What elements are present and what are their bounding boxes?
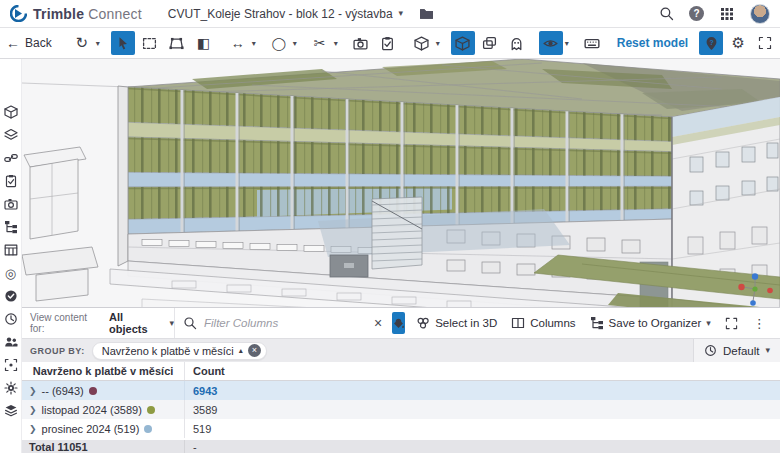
sidebar-item-layers[interactable]	[3, 128, 19, 142]
markup-button[interactable]	[376, 31, 400, 55]
help-icon[interactable]: ?	[689, 6, 704, 21]
table-row[interactable]: ❯ listopad 2024 (3589) 3589	[22, 400, 780, 419]
column-header-name[interactable]: Navrženo k platbě v měsíci	[22, 362, 185, 380]
svg-text:?: ?	[709, 39, 713, 46]
ghost-mode-button[interactable]	[505, 31, 529, 55]
table-footer: Total 11051 -	[22, 440, 780, 453]
column-header-count[interactable]: Count	[185, 362, 780, 380]
project-name: CVUT_Koleje Strahov - blok 12 - výstavba	[168, 7, 393, 21]
select-in-3d-button[interactable]: Select in 3D	[409, 308, 504, 338]
measure-tool-button[interactable]: ↔	[226, 31, 250, 55]
sidebar-item-views[interactable]	[3, 197, 19, 211]
group-count: 6943	[185, 381, 780, 400]
close-panel-button[interactable]: ×	[774, 315, 780, 331]
select-tool-button[interactable]	[111, 31, 135, 55]
measure-dropdown-caret[interactable]: ▾	[252, 39, 256, 48]
top-bar: Trimble Connect CVUT_Koleje Strahov - bl…	[0, 0, 780, 28]
save-to-organizer-button[interactable]: Save to Organizer ▾	[583, 308, 718, 338]
section-dropdown-caret[interactable]: ▾	[334, 39, 338, 48]
chevron-down-icon[interactable]: ▾	[765, 346, 770, 355]
invert-selection-button[interactable]: ◧	[192, 31, 216, 55]
user-avatar[interactable]	[750, 4, 770, 24]
left-sidebar: ◎	[0, 59, 22, 453]
brand-secondary: Connect	[88, 6, 142, 22]
remove-group-by-button[interactable]: ×	[248, 344, 261, 357]
model-viewport[interactable]	[22, 59, 780, 307]
total-count: -	[185, 440, 780, 453]
isolate-button[interactable]	[478, 31, 502, 55]
lasso-tool-button[interactable]: ◯	[267, 31, 291, 55]
columns-button[interactable]: Columns	[504, 308, 582, 338]
undo-button[interactable]: ↻	[70, 31, 94, 55]
project-breadcrumb[interactable]: CVUT_Koleje Strahov - blok 12 - výstavba…	[168, 7, 403, 21]
chevron-down-icon[interactable]: ▾	[706, 319, 711, 328]
visibility-button[interactable]	[539, 31, 563, 55]
marquee-select-button[interactable]	[138, 31, 162, 55]
colorize-button[interactable]	[392, 312, 405, 334]
section-cut-button[interactable]: ✂	[308, 31, 332, 55]
settings-button[interactable]: ⚙	[726, 31, 750, 55]
group-by-label: GROUP BY:	[30, 346, 85, 356]
brand-primary: Trimble	[33, 6, 84, 22]
sidebar-item-status[interactable]	[3, 289, 19, 303]
visibility-dropdown-caret[interactable]: ▾	[565, 39, 569, 48]
sidebar-item-organizer[interactable]	[3, 404, 19, 418]
grouped-table: Navrženo k platbě v měsíci Count ❯ -- (6…	[22, 362, 780, 453]
sidebar-item-hierarchy[interactable]	[3, 220, 19, 234]
columns-icon	[511, 316, 525, 330]
model-3d-canvas[interactable]	[22, 59, 780, 307]
sidebar-item-team[interactable]	[3, 335, 19, 349]
group-by-chip[interactable]: Navrženo k platbě v měsíci ▴ ×	[92, 342, 267, 360]
trimble-connect-app: Trimble Connect CVUT_Koleje Strahov - bl…	[0, 0, 780, 453]
clear-filter-button[interactable]: ×	[368, 315, 388, 331]
more-options-button[interactable]: ⋮	[745, 316, 774, 331]
group-color-dot	[144, 425, 152, 433]
filter-columns-search[interactable]	[174, 308, 368, 338]
sidebar-item-todos[interactable]	[3, 174, 19, 188]
back-button[interactable]: ← Back	[6, 35, 52, 51]
help-pin-button[interactable]: ?	[699, 31, 723, 55]
sidebar-item-links[interactable]	[3, 151, 19, 165]
columns-label: Columns	[530, 317, 575, 329]
preset-selector[interactable]: Default ▾	[693, 339, 780, 362]
sidebar-item-history[interactable]	[3, 312, 19, 326]
snapshot-button[interactable]	[349, 31, 373, 55]
sidebar-item-data-table[interactable]	[3, 243, 19, 257]
shortcuts-button[interactable]	[580, 31, 604, 55]
sidebar-item-clash[interactable]: ◎	[3, 266, 19, 280]
view-content-value: All objects	[109, 311, 164, 335]
panel-toolbar: View content for: All objects ▾ × Select…	[22, 308, 780, 338]
chevron-down-icon[interactable]: ▾	[399, 9, 404, 18]
filter-columns-input[interactable]	[204, 317, 360, 329]
view-mode-dropdown-caret[interactable]: ▾	[436, 39, 440, 48]
sidebar-item-selection[interactable]	[3, 358, 19, 372]
data-table-panel: View content for: All objects ▾ × Select…	[22, 307, 780, 453]
sidebar-item-models[interactable]	[3, 105, 19, 119]
view-mode-button[interactable]	[410, 31, 434, 55]
chevron-up-icon[interactable]: ▴	[239, 346, 243, 355]
main-area: View content for: All objects ▾ × Select…	[22, 59, 780, 453]
search-icon[interactable]	[658, 6, 674, 22]
undo-dropdown-caret[interactable]: ▾	[96, 39, 100, 48]
group-label: listopad 2024 (3589)	[42, 404, 142, 416]
expand-row-icon[interactable]: ❯	[29, 405, 37, 415]
reset-model-button[interactable]: Reset model	[617, 36, 688, 50]
apps-grid-icon[interactable]	[719, 6, 735, 22]
trimble-logo[interactable]: Trimble Connect	[10, 5, 142, 22]
group-label: prosinec 2024 (519)	[42, 423, 140, 435]
polygon-select-button[interactable]	[165, 31, 189, 55]
expand-panel-button[interactable]	[718, 308, 745, 338]
table-row[interactable]: ❯ prosinec 2024 (519) 519	[22, 419, 780, 438]
view-content-selector[interactable]: View content for: All objects ▾	[22, 311, 174, 335]
group-label: -- (6943)	[42, 385, 84, 397]
sidebar-item-settings[interactable]	[3, 381, 19, 395]
group-by-chip-label: Navrženo k platbě v měsíci	[102, 345, 234, 357]
solid-mode-button[interactable]	[451, 31, 475, 55]
expand-row-icon[interactable]: ❯	[29, 386, 37, 396]
lasso-dropdown-caret[interactable]: ▾	[293, 39, 297, 48]
fullscreen-button[interactable]	[753, 31, 777, 55]
expand-row-icon[interactable]: ❯	[29, 424, 37, 434]
table-row[interactable]: ❯ -- (6943) 6943	[22, 381, 780, 400]
group-color-dot	[147, 406, 155, 414]
project-folder-button[interactable]	[419, 6, 434, 21]
